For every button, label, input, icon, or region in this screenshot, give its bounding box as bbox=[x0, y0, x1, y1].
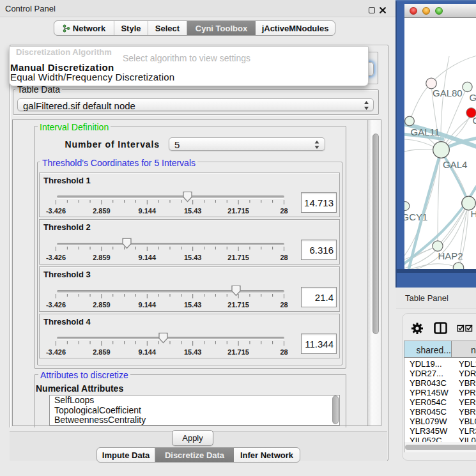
svg-text:HAP2: HAP2 bbox=[438, 250, 463, 261]
svg-text:C: C bbox=[473, 115, 476, 126]
svg-text:GAL4: GAL4 bbox=[443, 159, 467, 170]
svg-text:GCY1: GCY1 bbox=[404, 211, 427, 222]
svg-text:GA: GA bbox=[470, 92, 476, 103]
svg-text:H: H bbox=[471, 208, 476, 219]
svg-text:GAL80: GAL80 bbox=[433, 88, 463, 98]
svg-text:GAL11: GAL11 bbox=[411, 127, 440, 137]
